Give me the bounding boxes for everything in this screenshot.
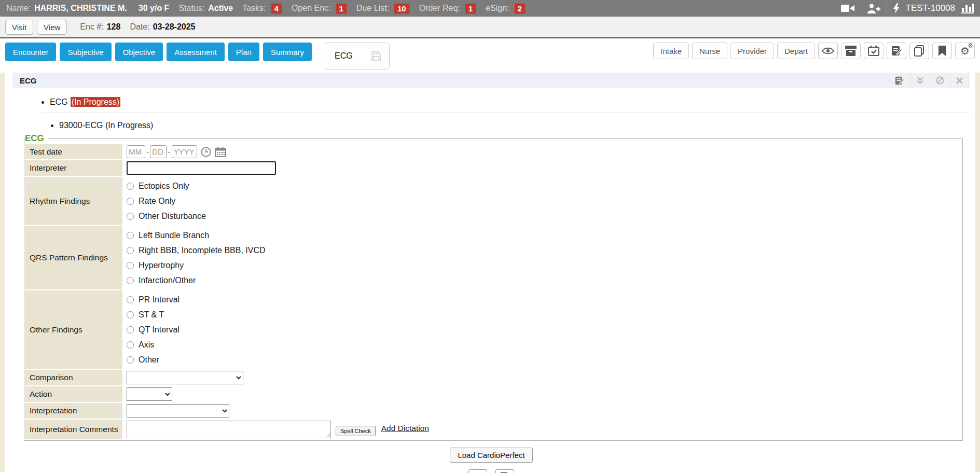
radio-option: QT Interval [127,322,180,337]
double-chevron-down-icon[interactable] [468,469,487,473]
form-legend: ECG [25,133,48,144]
order-req-count-badge[interactable]: 1 [465,3,476,14]
esign-count-badge[interactable]: 2 [514,3,526,14]
radio-label: QT Interval [139,325,180,335]
eye-icon[interactable] [818,43,838,59]
lightning-icon[interactable] [893,3,900,13]
due-list-count-badge[interactable]: 10 [394,3,410,14]
radio-option: Right BBB, Incomplete BBB, IVCD [127,243,266,258]
comparison-select[interactable] [127,371,243,384]
interpreter-row: Interpreter [25,160,962,176]
block-icon[interactable] [936,76,944,85]
interpretation-select[interactable] [127,404,229,418]
qrs-radio-infarction-other[interactable] [127,277,134,284]
interpreter-input[interactable] [127,161,276,175]
enc-number-value: 128 [107,22,121,32]
comparison-content [122,370,962,385]
archive-box-icon[interactable] [841,43,861,59]
calendar-icon[interactable] [215,147,226,157]
tab-subjective[interactable]: Subjective [60,43,111,61]
interpretation-comments-textarea[interactable] [127,421,331,438]
other-radio-other[interactable] [127,356,134,364]
other-findings-label: Other Findings [25,290,122,369]
intake-button[interactable]: Intake [653,43,689,59]
test-date-month-input[interactable] [127,145,145,158]
tab-plan[interactable]: Plan [228,43,259,61]
qrs-pattern-findings-row: QRS Pattern Findings Left Bundle Branch … [25,226,962,289]
save-icon[interactable] [363,43,389,69]
qrs-radio-left-bundle-branch[interactable] [127,232,134,239]
clock-icon[interactable] [201,147,211,157]
nurse-button[interactable]: Nurse [692,43,727,59]
panel-title: ECG [20,76,37,85]
form-footer-buttons [12,469,970,473]
open-enc-label: Open Enc: [292,4,331,13]
right-edge-strip [975,73,980,472]
tab-objective[interactable]: Objective [115,43,163,61]
close-icon[interactable] [956,77,963,84]
order-req-label: Order Req: [419,4,460,13]
radio-option: PR Interval [127,292,180,307]
chart-bars-icon[interactable] [961,3,974,13]
topbar-right-tools: TEST-10008 [841,3,974,13]
other-radio-pr-interval[interactable] [127,296,134,303]
divider [861,3,861,13]
interpreter-label: Interpreter [25,160,122,176]
tab-assessment[interactable]: Assessment [167,43,225,61]
spell-check-button[interactable]: Spell Check [336,426,376,436]
add-dictation-link[interactable]: Add Dictation [381,424,429,433]
provider-button[interactable]: Provider [730,43,774,59]
rhythm-radio-other-disturbance[interactable] [127,213,134,220]
other-findings-row: Other Findings PR Interval ST & T QT Int… [25,290,962,369]
rhythm-radio-rate-only[interactable] [127,198,134,205]
radio-option: Other Disturbance [127,208,206,224]
status-value: Active [208,4,233,13]
divider [930,76,930,85]
test-date-year-input[interactable] [172,145,197,158]
main-content: ECG ECG(In Progress) [0,73,980,472]
ecg-panel: ECG ECG(In Progress) [12,73,970,473]
journal-icon[interactable] [887,43,906,59]
divider [42,112,970,113]
qrs-radio-hypertrophy[interactable] [127,262,134,269]
save-icon[interactable] [495,469,514,473]
video-camera-icon[interactable] [841,4,854,12]
radio-option: ST & T [127,307,164,322]
bookmark-icon[interactable] [932,43,952,59]
order-sublist: 93000-ECG (In Progress) [12,121,970,130]
active-tab-label: ECG [324,51,363,61]
other-radio-st-t[interactable] [127,311,134,318]
double-chevron-down-icon[interactable] [916,77,924,84]
test-date-day-input[interactable] [150,145,167,158]
tab-encounter[interactable]: Encounter [5,43,56,61]
interpretation-comments-label: Interpretation Comments [25,420,122,439]
tab-summary[interactable]: Summary [263,43,312,61]
copy-pages-icon[interactable] [909,43,929,59]
order-item-ecg[interactable]: ECG(In Progress) [50,98,970,107]
view-button[interactable]: View [37,20,67,35]
order-name: ECG [50,98,68,106]
depart-button[interactable]: Depart [777,43,815,59]
radio-option: Hypertrophy [127,258,184,273]
order-item-93000-ecg[interactable]: 93000-ECG (In Progress) [59,121,970,130]
add-user-icon[interactable] [867,4,880,13]
other-radio-axis[interactable] [127,341,134,349]
visit-button[interactable]: Visit [5,20,33,35]
patient-info-bar: Name: HARRIS, CHRISTINE M. 30 y/o F Stat… [0,0,980,17]
tasks-count-badge[interactable]: 4 [271,3,282,14]
qrs-radio-right-bbb[interactable] [127,247,134,254]
calendar-check-icon[interactable] [864,43,884,59]
load-cardioperfect-button[interactable]: Load CardioPerfect [450,448,532,463]
journal-icon[interactable] [894,76,904,85]
tab-ecg-active[interactable]: ECG [324,43,390,69]
interpretation-comments-content: Spell Check Add Dictation [122,420,962,439]
rhythm-findings-label: Rhythm Findings [25,177,122,225]
gears-icon[interactable]: ⚙⚙ [955,43,975,59]
rhythm-radio-ectopics-only[interactable] [127,183,134,190]
action-select[interactable] [127,387,172,401]
test-date-content: - - [122,144,962,159]
open-enc-count-badge[interactable]: 1 [336,3,347,14]
other-radio-qt-interval[interactable] [127,326,134,333]
divider [910,76,910,85]
other-findings-options: PR Interval ST & T QT Interval Axis Othe… [122,290,962,369]
